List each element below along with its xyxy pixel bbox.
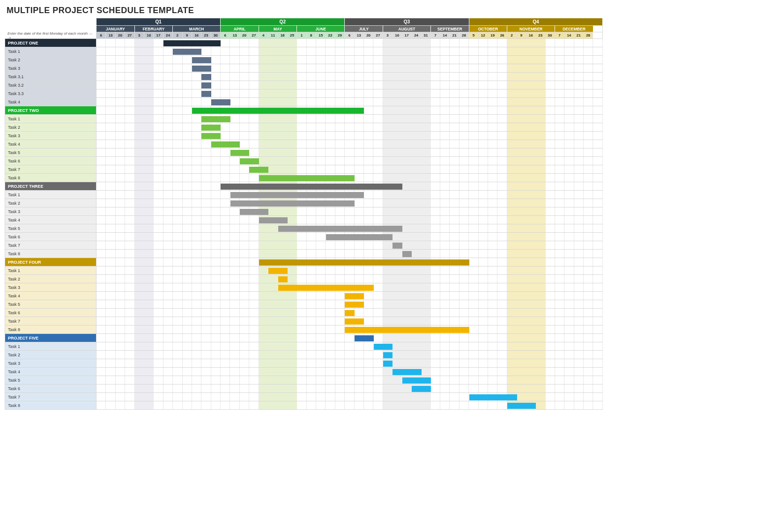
task-label[interactable]: Task 6 bbox=[5, 233, 96, 241]
task-label[interactable]: Task 3 bbox=[5, 207, 96, 216]
task-label[interactable]: Task 7 bbox=[5, 241, 96, 250]
task-label[interactable]: Task 2 bbox=[5, 56, 96, 64]
task-label[interactable]: Task 7 bbox=[5, 165, 96, 174]
task-label[interactable]: Task 5 bbox=[5, 300, 96, 309]
task-label[interactable]: Task 3.2 bbox=[5, 81, 96, 89]
task-label[interactable]: Task 4 bbox=[5, 368, 96, 376]
task-bar[interactable] bbox=[201, 91, 211, 97]
task-label[interactable]: Task 5 bbox=[5, 224, 96, 233]
task-label[interactable]: Task 4 bbox=[5, 140, 96, 148]
task-bar[interactable] bbox=[201, 82, 211, 89]
task-label[interactable]: Task 2 bbox=[5, 351, 96, 359]
task-label[interactable]: Task 8 bbox=[5, 401, 96, 410]
project-summary-bar[interactable] bbox=[192, 108, 364, 114]
project-header[interactable]: PROJECT THREE bbox=[5, 182, 96, 191]
task-bar[interactable] bbox=[201, 125, 221, 131]
task-label[interactable]: Task 3 bbox=[5, 283, 96, 292]
project-header[interactable]: PROJECT ONE bbox=[5, 39, 96, 47]
task-bar[interactable] bbox=[240, 209, 268, 215]
task-label[interactable]: Task 6 bbox=[5, 384, 96, 393]
task-bar[interactable] bbox=[402, 251, 412, 257]
task-bar[interactable] bbox=[268, 268, 288, 274]
task-label[interactable]: Task 3.1 bbox=[5, 73, 96, 81]
task-label[interactable]: Task 1 bbox=[5, 191, 96, 199]
task-bar[interactable] bbox=[393, 369, 421, 375]
week-day-header: 12 bbox=[479, 32, 488, 38]
quarter-header: Q2 bbox=[221, 18, 345, 25]
task-bar[interactable] bbox=[201, 133, 221, 139]
month-highlight bbox=[383, 393, 431, 401]
week-day-header: 10 bbox=[393, 32, 402, 38]
task-label[interactable]: Task 1 bbox=[5, 115, 96, 123]
task-bar[interactable] bbox=[173, 49, 201, 55]
task-bar[interactable] bbox=[345, 310, 354, 316]
task-bar[interactable] bbox=[211, 99, 230, 105]
task-bar[interactable] bbox=[201, 116, 230, 122]
project-header[interactable]: PROJECT FIVE bbox=[5, 334, 96, 342]
month-highlight bbox=[383, 216, 431, 224]
task-bar[interactable] bbox=[345, 318, 364, 325]
project-summary-bar[interactable] bbox=[163, 40, 221, 46]
task-label[interactable]: Task 8 bbox=[5, 325, 96, 334]
task-label[interactable]: Task 4 bbox=[5, 292, 96, 300]
task-bar[interactable] bbox=[259, 175, 355, 181]
task-bar[interactable] bbox=[345, 302, 364, 308]
task-bar[interactable] bbox=[383, 361, 393, 367]
task-label[interactable]: Task 3.3 bbox=[5, 89, 96, 98]
task-bar[interactable] bbox=[211, 141, 240, 148]
month-highlight bbox=[135, 384, 154, 392]
task-bar[interactable] bbox=[374, 344, 393, 350]
task-bar[interactable] bbox=[469, 394, 517, 400]
task-bar[interactable] bbox=[240, 158, 259, 164]
week-day-header: 2 bbox=[507, 32, 517, 38]
task-bar[interactable] bbox=[278, 226, 402, 232]
task-label[interactable]: Task 1 bbox=[5, 342, 96, 351]
task-bar[interactable] bbox=[345, 327, 469, 333]
task-label[interactable]: Task 3 bbox=[5, 359, 96, 368]
task-bar[interactable] bbox=[201, 74, 211, 80]
task-label[interactable]: Task 3 bbox=[5, 132, 96, 140]
project-header[interactable]: PROJECT TWO bbox=[5, 106, 96, 115]
task-label[interactable]: Task 8 bbox=[5, 174, 96, 182]
task-label[interactable]: Task 4 bbox=[5, 98, 96, 106]
month-header: AUGUST bbox=[383, 26, 431, 32]
task-bar[interactable] bbox=[507, 403, 536, 409]
task-bar[interactable] bbox=[192, 66, 211, 72]
task-label[interactable]: Task 7 bbox=[5, 317, 96, 325]
month-highlight bbox=[383, 199, 431, 207]
task-label[interactable]: Task 1 bbox=[5, 47, 96, 56]
task-label[interactable]: Task 8 bbox=[5, 250, 96, 258]
task-label[interactable]: Task 6 bbox=[5, 157, 96, 165]
task-bar[interactable] bbox=[278, 276, 288, 282]
task-label[interactable]: Task 1 bbox=[5, 266, 96, 275]
task-label[interactable]: Task 2 bbox=[5, 123, 96, 132]
task-bar[interactable] bbox=[230, 150, 250, 156]
task-label[interactable]: Task 5 bbox=[5, 148, 96, 157]
task-bar[interactable] bbox=[412, 386, 431, 392]
task-bar[interactable] bbox=[192, 57, 211, 63]
task-bar[interactable] bbox=[393, 243, 402, 249]
task-label[interactable]: Task 3 bbox=[5, 64, 96, 73]
task-label[interactable]: Task 7 bbox=[5, 393, 96, 401]
month-header: OCTOBER bbox=[469, 26, 508, 32]
task-bar[interactable] bbox=[402, 377, 431, 384]
project-header[interactable]: PROJECT FOUR bbox=[5, 258, 96, 266]
task-label[interactable]: Task 4 bbox=[5, 216, 96, 224]
project-summary-bar[interactable] bbox=[221, 184, 402, 190]
task-bar[interactable] bbox=[278, 285, 374, 291]
task-bar[interactable] bbox=[230, 200, 355, 207]
task-label[interactable]: Task 6 bbox=[5, 309, 96, 317]
project-summary-bar[interactable] bbox=[259, 259, 469, 266]
task-label[interactable]: Task 2 bbox=[5, 275, 96, 283]
task-bar[interactable] bbox=[249, 167, 268, 173]
task-bar[interactable] bbox=[345, 293, 364, 299]
task-label[interactable]: Task 5 bbox=[5, 376, 96, 384]
task-bar[interactable] bbox=[383, 352, 393, 358]
task-bar[interactable] bbox=[326, 234, 393, 240]
task-bar[interactable] bbox=[230, 192, 364, 198]
task-label[interactable]: Task 2 bbox=[5, 199, 96, 207]
task-bar[interactable] bbox=[259, 217, 288, 223]
week-day-header: 7 bbox=[555, 32, 564, 38]
project-summary-bar[interactable] bbox=[355, 335, 374, 341]
month-highlight bbox=[135, 401, 154, 409]
